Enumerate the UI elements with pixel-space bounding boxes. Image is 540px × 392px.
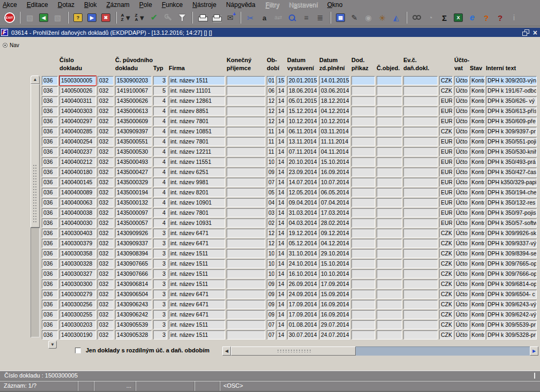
cell-typ[interactable]: 3 bbox=[153, 290, 167, 299]
cell-org1[interactable]: 036 bbox=[42, 157, 58, 167]
cell-typ[interactable]: 3 bbox=[153, 239, 167, 248]
cell-typ[interactable]: 3 bbox=[153, 280, 167, 289]
cell-obdobi-mesic[interactable]: 12 bbox=[267, 117, 275, 126]
cell-datum-vystaveni[interactable]: 13.11.2014 bbox=[287, 137, 318, 146]
cell-konecny-prijemce[interactable] bbox=[227, 269, 265, 278]
cell-datum-vystaveni[interactable]: 14.07.2014 bbox=[287, 178, 318, 187]
cell-datum-vystaveni[interactable]: 16.10.2014 bbox=[287, 269, 318, 278]
cell-uctovat[interactable]: Účto bbox=[454, 76, 469, 85]
cell-typ[interactable]: 3 bbox=[153, 330, 167, 340]
cell-datum-zd-plneni[interactable]: 16.09.2014 bbox=[319, 300, 350, 309]
cell-obdobi-rok[interactable]: 14 bbox=[276, 147, 286, 156]
cell-cislo-dokladu[interactable]: 1400400237 bbox=[59, 147, 96, 156]
cell-obdobi-mesic[interactable]: 09 bbox=[267, 300, 275, 309]
cell-interni-text[interactable]: DPH k 309/9397-pr bbox=[486, 127, 537, 136]
cell-org1[interactable]: 036 bbox=[42, 188, 58, 197]
cell-obdobi-mesic[interactable]: 04 bbox=[267, 198, 275, 207]
cell-datum-zd-plneni[interactable]: 24.07.2014 bbox=[319, 330, 350, 340]
cell-dod-prikaz[interactable] bbox=[351, 218, 375, 228]
cell-dod-prikaz[interactable] bbox=[351, 117, 375, 126]
cell-uctovat[interactable]: Účto bbox=[454, 239, 469, 248]
cell-org1[interactable]: 036 bbox=[42, 117, 58, 126]
cell-konecny-prijemce[interactable] bbox=[227, 147, 265, 156]
cell-mena[interactable]: EUR bbox=[439, 107, 453, 116]
filter-icon[interactable] bbox=[175, 11, 189, 25]
cell-datum-zd-plneni[interactable]: 28.02.2014 bbox=[319, 218, 350, 228]
cell-dod-prikaz[interactable] bbox=[351, 147, 375, 156]
cell-typ[interactable]: 3 bbox=[153, 249, 167, 258]
cell-interni-text[interactable]: DPH k 350/609-pře bbox=[486, 117, 537, 126]
cell-interni-text[interactable]: DPH k 350/97-pojis bbox=[486, 208, 537, 217]
cell-cislo-dokladu[interactable]: 1400400303 bbox=[59, 107, 96, 116]
cell-datum-zd-plneni[interactable]: 15.10.2014 bbox=[319, 259, 350, 268]
cell-obdobi-rok[interactable]: 14 bbox=[276, 96, 286, 105]
cell-obdobi-rok[interactable]: 14 bbox=[276, 239, 286, 248]
cell-obdobi-rok[interactable]: 14 bbox=[276, 310, 286, 319]
cell-org1[interactable]: 036 bbox=[42, 86, 58, 95]
cell-interni-text[interactable]: DPH k 309/7666-op bbox=[486, 269, 537, 278]
cell-interni-text[interactable]: DPH k 350/613-přís bbox=[486, 107, 537, 116]
cell-stav[interactable]: Kontov bbox=[470, 127, 485, 136]
cell-cislo-puvodniho[interactable]: 1435000609 bbox=[115, 117, 152, 126]
cell-mena[interactable]: EUR bbox=[439, 168, 453, 177]
cell-datum-vystaveni[interactable]: 20.01.2015 bbox=[287, 76, 318, 85]
cell-datum-zd-plneni[interactable]: 29.10.2014 bbox=[319, 249, 350, 258]
cell-firma[interactable]: int. název 12861 bbox=[169, 96, 225, 105]
execute-query-icon[interactable]: ▶ bbox=[85, 11, 99, 25]
cell-interni-text[interactable]: DPH k 309/9337-vý bbox=[486, 239, 537, 248]
cell-evc-dan-dokl[interactable] bbox=[403, 310, 438, 319]
cell-org2[interactable]: 032 bbox=[98, 218, 114, 228]
cell-konecny-prijemce[interactable] bbox=[227, 198, 265, 207]
cell-mena[interactable]: CZK bbox=[439, 249, 453, 258]
cell-konecny-prijemce[interactable] bbox=[227, 229, 265, 238]
menu-akce[interactable]: Akce bbox=[0, 0, 22, 10]
cell-obdobi-rok[interactable]: 14 bbox=[276, 280, 286, 289]
context-help-icon[interactable]: ? bbox=[479, 11, 493, 25]
cell-cislo-dokladu[interactable]: 1400300403 bbox=[59, 229, 96, 238]
cell-konecny-prijemce[interactable] bbox=[227, 208, 265, 217]
cell-c-objed[interactable] bbox=[377, 269, 402, 278]
cell-mena[interactable]: CZK bbox=[439, 300, 453, 309]
cell-org2[interactable]: 032 bbox=[98, 117, 114, 126]
cell-uctovat[interactable]: Účto bbox=[454, 86, 469, 95]
menu-blok[interactable]: Blok bbox=[79, 0, 101, 10]
cell-datum-vystaveni[interactable]: 04.03.2014 bbox=[287, 218, 318, 228]
cell-datum-vystaveni[interactable]: 30.07.2014 bbox=[287, 330, 318, 340]
cell-firma[interactable]: int. název 9981 bbox=[169, 178, 225, 187]
cell-cislo-puvodniho[interactable]: 1430906243 bbox=[115, 300, 152, 309]
list-values-icon[interactable]: ≡ bbox=[299, 11, 313, 25]
cell-dod-prikaz[interactable] bbox=[351, 96, 375, 105]
cell-stav[interactable]: Kontov bbox=[470, 249, 485, 258]
cell-obdobi-rok[interactable]: 14 bbox=[276, 168, 286, 177]
cell-firma[interactable]: int. název 6471 bbox=[169, 239, 225, 248]
cell-dod-prikaz[interactable] bbox=[351, 86, 375, 95]
insert-text-icon[interactable]: a bbox=[258, 11, 271, 25]
cell-mena[interactable]: EUR bbox=[439, 198, 453, 207]
cell-obdobi-rok[interactable]: 14 bbox=[276, 259, 286, 268]
cell-obdobi-rok[interactable]: 14 bbox=[276, 300, 286, 309]
cell-dod-prikaz[interactable] bbox=[351, 198, 375, 207]
cell-cislo-dokladu[interactable]: 1400400145 bbox=[59, 178, 96, 187]
cell-firma[interactable]: int. název 6471 bbox=[169, 310, 225, 319]
web-browser-icon[interactable]: e bbox=[466, 11, 479, 25]
cell-org2[interactable]: 032 bbox=[98, 259, 114, 268]
cell-org1[interactable]: 036 bbox=[42, 290, 58, 299]
cell-stav[interactable]: Kontov bbox=[470, 117, 485, 126]
cell-cislo-puvodniho[interactable]: 1435000057 bbox=[115, 218, 152, 228]
cell-datum-zd-plneni[interactable]: 04.12.2014 bbox=[319, 107, 350, 116]
cell-c-objed[interactable] bbox=[377, 300, 402, 309]
cell-c-objed[interactable] bbox=[377, 96, 402, 105]
cell-mena[interactable]: EUR bbox=[439, 218, 453, 228]
cell-cislo-puvodniho[interactable]: 1430905539 bbox=[115, 320, 152, 329]
cell-uctovat[interactable]: Účto bbox=[454, 229, 469, 238]
scroll-down-button[interactable]: ▼ bbox=[48, 341, 57, 349]
cell-stav[interactable]: Kontov bbox=[470, 188, 485, 197]
scroll-left-button[interactable]: ◀ bbox=[222, 346, 231, 356]
cell-datum-zd-plneni[interactable]: 17.03.2014 bbox=[319, 208, 350, 217]
cell-uctovat[interactable]: Účto bbox=[454, 300, 469, 309]
cell-c-objed[interactable] bbox=[377, 168, 402, 177]
cell-interni-text[interactable]: DPH k350/329-papi bbox=[486, 178, 537, 187]
cell-obdobi-mesic[interactable]: 12 bbox=[267, 229, 275, 238]
cell-firma[interactable]: int. název 1511 bbox=[169, 330, 225, 340]
cell-typ[interactable]: 4 bbox=[153, 198, 167, 207]
